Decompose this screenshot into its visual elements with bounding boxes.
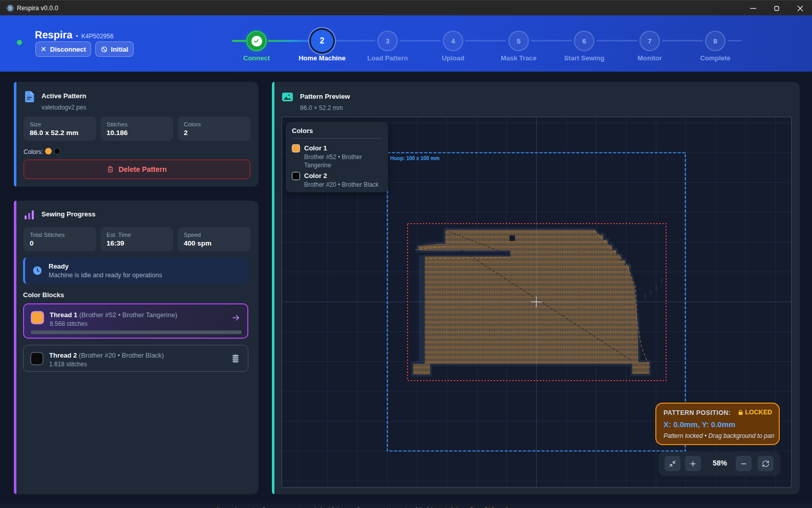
svg-text:Hoop: 100 x 100 mm: Hoop: 100 x 100 mm [390, 156, 440, 161]
